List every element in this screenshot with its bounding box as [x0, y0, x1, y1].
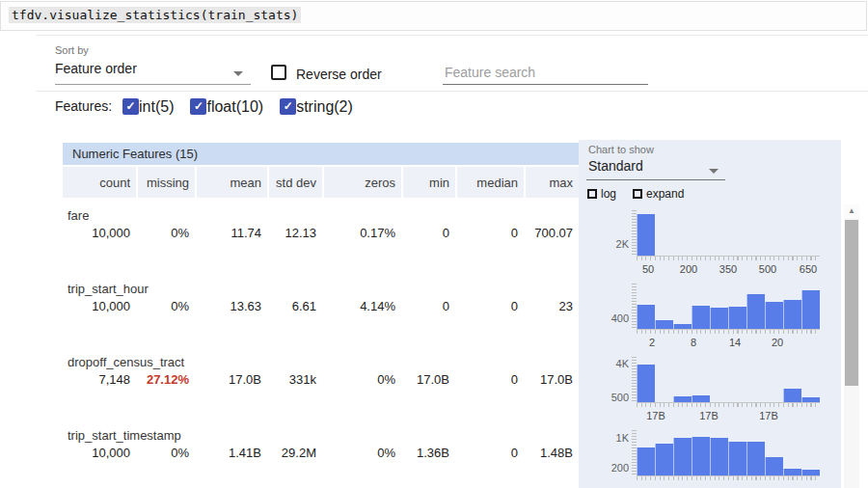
chevron-down-icon[interactable]: [709, 169, 719, 174]
feature-type-filter-float[interactable]: ✓float(10): [190, 98, 263, 116]
chart-type-underline: [586, 179, 725, 180]
stat-count: 10,000: [63, 299, 136, 313]
histogram-dropoff_census_tract: 4K50017B17B17B: [579, 351, 841, 424]
stat-max: 1.48B: [526, 446, 579, 460]
checkbox-checked-icon[interactable]: ✓: [122, 98, 139, 115]
code-cell[interactable]: tfdv.visualize_statistics(train_stats): [0, 1, 867, 31]
x-axis-ticks: [637, 403, 820, 407]
stat-max: 700.07: [526, 226, 579, 240]
stat-max: 17.0B: [526, 372, 579, 387]
reverse-order-label: Reverse order: [296, 67, 382, 82]
stat-zeros: 0.17%: [324, 226, 401, 240]
histogram-trip_start_timestamp: 1K200: [579, 424, 841, 488]
features-label: Features:: [55, 98, 112, 114]
stat-max: 23: [526, 299, 579, 313]
column-header-zeros: zeros: [324, 167, 401, 198]
column-header-missing: missing: [138, 167, 195, 198]
chart-to-show-label: Chart to show: [588, 144, 654, 155]
histogram-bar: [673, 438, 692, 475]
x-tick-label: 350: [719, 263, 737, 275]
column-header-std-dev: std dev: [269, 167, 322, 198]
histogram-trip_start_hour: 400281420: [579, 278, 841, 351]
histogram-bar: [728, 442, 746, 475]
table-title: Numeric Features (15): [63, 143, 579, 165]
scroll-up-icon[interactable]: ▲: [844, 204, 859, 218]
sort-by-select[interactable]: Feature order: [55, 61, 137, 76]
reverse-order-checkbox[interactable]: [271, 65, 286, 80]
chart-type-select[interactable]: Standard: [588, 158, 643, 174]
checkbox-checked-icon[interactable]: ✓: [190, 98, 206, 115]
histogram-plot[interactable]: [637, 430, 820, 475]
log-checkbox[interactable]: [587, 189, 597, 199]
histogram-bar: [801, 290, 820, 329]
x-axis-line: [637, 402, 820, 403]
histogram-bar: [765, 302, 783, 329]
stat-min: 17.0B: [403, 372, 455, 387]
feature-type-label: string(2): [296, 98, 353, 116]
histogram-bar: [673, 324, 692, 329]
stat-mean: 17.0B: [197, 372, 267, 387]
feature-name: fare: [63, 204, 579, 223]
sort-by-underline: [55, 84, 251, 85]
histogram-bar: [710, 308, 728, 329]
stat-count: 10,000: [63, 446, 136, 460]
x-tick-label: 20: [772, 337, 783, 348]
stat-min: 0: [403, 299, 455, 313]
x-axis-line: [637, 329, 820, 330]
histogram-bar: [692, 395, 710, 402]
stat-std-dev: 12.13: [269, 226, 322, 240]
table-row: fare10,0000%11.7412.130.17%00700.07: [63, 204, 579, 278]
x-tick-label: 200: [680, 263, 697, 275]
scrollbar-thumb[interactable]: [845, 220, 858, 386]
histogram-bar: [655, 320, 673, 329]
feature-search-input[interactable]: [443, 60, 648, 85]
code-text: tfdv.visualize_statistics(train_stats): [9, 7, 301, 23]
histogram-bar: [637, 305, 655, 329]
stat-median: 0: [457, 372, 524, 387]
log-label: log: [601, 187, 616, 201]
histogram-plot[interactable]: [637, 284, 820, 329]
feature-name: trip_start_timestamp: [63, 424, 579, 443]
histogram-bar: [783, 389, 801, 402]
histogram-bar: [637, 214, 655, 256]
histogram-plot[interactable]: [637, 357, 820, 402]
table-rows: fare10,0000%11.7412.130.17%00700.07trip_…: [63, 204, 579, 488]
x-axis-ticks: [637, 257, 820, 260]
expand-label: expand: [646, 187, 684, 201]
stat-min: 1.36B: [403, 446, 455, 460]
chevron-down-icon[interactable]: [233, 71, 243, 76]
checkbox-checked-icon[interactable]: ✓: [280, 98, 296, 115]
feature-stats: 10,0000%11.7412.130.17%00700.07: [63, 226, 579, 240]
feature-type-filter-int[interactable]: ✓int(5): [122, 98, 174, 116]
feature-name: dropoff_census_tract: [63, 351, 579, 369]
x-tick-label: 500: [759, 263, 776, 275]
stat-missing: 0%: [138, 446, 195, 460]
x-tick-label: 2: [649, 337, 655, 348]
controls-divider: [37, 91, 868, 92]
y-tick-label: 1K: [581, 432, 629, 444]
stat-mean: 13.63: [197, 299, 267, 313]
x-tick-label: 50: [642, 263, 654, 275]
histogram-bar: [746, 294, 765, 329]
histogram-bar: [801, 470, 820, 475]
column-header-count: count: [63, 167, 136, 198]
stat-median: 0: [457, 446, 524, 460]
x-tick-label: 8: [691, 337, 696, 348]
y-tick-label: 4K: [581, 358, 629, 369]
x-tick-label: 17B: [646, 410, 665, 421]
x-tick-label: 17B: [759, 410, 778, 421]
x-axis-line: [637, 475, 820, 476]
y-tick-label: 2K: [581, 238, 629, 250]
expand-checkbox[interactable]: [633, 189, 642, 199]
feature-type-filter-string[interactable]: ✓string(2): [280, 98, 353, 116]
x-axis-ticks: [637, 330, 820, 334]
feature-type-label: float(10): [206, 98, 263, 116]
scrollbar[interactable]: ▲: [844, 204, 859, 488]
histogram-plot[interactable]: [637, 210, 820, 256]
feature-type-label: int(5): [139, 98, 174, 116]
sort-by-label: Sort by: [55, 44, 89, 56]
stat-median: 0: [457, 226, 524, 240]
stat-zeros: 0%: [324, 446, 401, 460]
histogram-bar: [746, 442, 765, 475]
histogram-bar: [765, 457, 783, 475]
